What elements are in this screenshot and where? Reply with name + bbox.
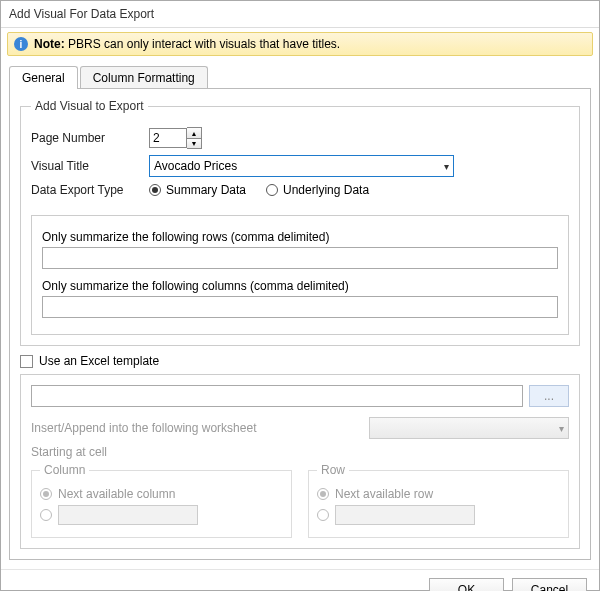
note-bar: i Note: PBRS can only interact with visu…: [7, 32, 593, 56]
page-number-stepper[interactable]: ▲ ▼: [149, 127, 202, 149]
page-number-down-icon[interactable]: ▼: [187, 138, 201, 148]
summarize-rows-input[interactable]: [42, 247, 558, 269]
radio-circle-icon: [149, 184, 161, 196]
radio-circle-icon: [317, 509, 329, 521]
page-number-input[interactable]: [149, 128, 187, 148]
browse-button[interactable]: ...: [529, 385, 569, 407]
radio-circle-icon: [317, 488, 329, 500]
add-visual-group: Add Visual to Export Page Number ▲ ▼ Vis…: [20, 99, 580, 346]
row-legend: Row: [317, 463, 349, 477]
insert-append-label: Insert/Append into the following workshe…: [31, 421, 256, 435]
column-group: Column Next available column: [31, 463, 292, 538]
use-excel-template-label: Use an Excel template: [39, 354, 159, 368]
use-excel-template-checkbox[interactable]: [20, 355, 33, 368]
summarize-rows-label: Only summarize the following rows (comma…: [42, 230, 558, 244]
radio-summary-label: Summary Data: [166, 183, 246, 197]
radio-specific-row[interactable]: [317, 509, 329, 521]
radio-circle-icon: [40, 488, 52, 500]
worksheet-combo[interactable]: ▾: [369, 417, 569, 439]
note-text: Note: PBRS can only interact with visual…: [34, 37, 340, 51]
radio-next-row[interactable]: [317, 488, 329, 500]
visual-title-value: Avocado Prices: [154, 159, 444, 173]
cancel-button[interactable]: Cancel: [512, 578, 587, 591]
visual-title-combo[interactable]: Avocado Prices ▾: [149, 155, 454, 177]
template-path-input[interactable]: [31, 385, 523, 407]
visual-title-label: Visual Title: [31, 159, 141, 173]
radio-underlying-label: Underlying Data: [283, 183, 369, 197]
data-export-type-label: Data Export Type: [31, 183, 141, 197]
radio-summary-data[interactable]: Summary Data: [149, 183, 246, 197]
tab-column-formatting[interactable]: Column Formatting: [80, 66, 208, 89]
radio-specific-column[interactable]: [40, 509, 52, 521]
chevron-down-icon: ▾: [559, 423, 564, 434]
excel-template-group: ... Insert/Append into the following wor…: [20, 374, 580, 549]
tab-panel-general: Add Visual to Export Page Number ▲ ▼ Vis…: [9, 88, 591, 560]
next-column-label: Next available column: [58, 487, 175, 501]
page-number-label: Page Number: [31, 131, 141, 145]
summarize-box: Only summarize the following rows (comma…: [31, 215, 569, 335]
radio-circle-icon: [40, 509, 52, 521]
dialog-footer: OK Cancel: [1, 569, 599, 591]
ok-button[interactable]: OK: [429, 578, 504, 591]
tab-general[interactable]: General: [9, 66, 78, 89]
tab-strip: General Column Formatting: [9, 66, 591, 89]
info-icon: i: [14, 37, 28, 51]
radio-circle-icon: [266, 184, 278, 196]
window-title: Add Visual For Data Export: [1, 1, 599, 28]
chevron-down-icon: ▾: [444, 161, 449, 172]
radio-next-column[interactable]: [40, 488, 52, 500]
radio-underlying-data[interactable]: Underlying Data: [266, 183, 369, 197]
page-number-up-icon[interactable]: ▲: [187, 128, 201, 138]
row-group: Row Next available row: [308, 463, 569, 538]
starting-at-cell-label: Starting at cell: [31, 445, 569, 459]
column-legend: Column: [40, 463, 89, 477]
specific-column-input[interactable]: [58, 505, 198, 525]
group-legend: Add Visual to Export: [31, 99, 148, 113]
summarize-cols-input[interactable]: [42, 296, 558, 318]
summarize-cols-label: Only summarize the following columns (co…: [42, 279, 558, 293]
specific-row-input[interactable]: [335, 505, 475, 525]
data-export-type-radios: Summary Data Underlying Data: [149, 183, 369, 197]
next-row-label: Next available row: [335, 487, 433, 501]
